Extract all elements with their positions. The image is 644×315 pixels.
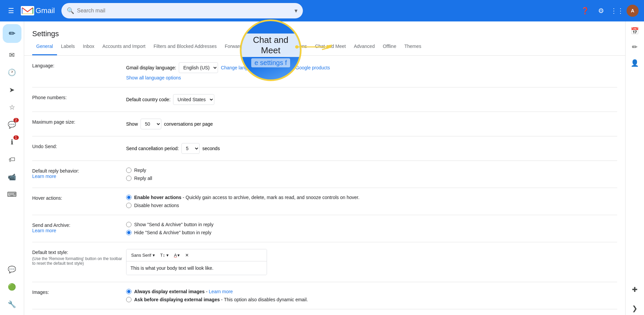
right-sidebar: 📅 ✏ 👤 ✚ ❯ [625, 21, 644, 315]
show-send-archive-radio[interactable] [126, 222, 131, 227]
page-size-control: Show 10 15 20 25 50 100 conversations pe… [126, 119, 617, 129]
right-sidebar-calendar-icon[interactable]: 📅 [628, 24, 642, 38]
reply-all-label: Reply all [134, 176, 152, 181]
hover-actions-setting: Hover actions: Enable hover actions - Qu… [32, 188, 617, 215]
gmail-logo-icon [21, 6, 34, 15]
show-label: Show [126, 121, 138, 127]
right-sidebar-expand-icon[interactable]: ❯ [628, 302, 642, 315]
disable-hover-label: Disable hover actions [134, 203, 179, 208]
sidebar-icon-tag[interactable]: 🏷 [4, 151, 20, 168]
hamburger-icon[interactable]: ☰ [5, 4, 17, 17]
sidebar-icon-feedback[interactable]: 💬 [4, 261, 20, 277]
sidebar-icon-addon[interactable]: 🟢 [4, 279, 20, 295]
tab-chat-meet[interactable]: Chat and Meet [311, 38, 350, 55]
help-button[interactable]: ❓ [578, 4, 592, 17]
left-sidebar: ✏ ✉ 🕐 ➤ ☆ 💬 2 ℹ 1 🏷 📹 ⌨ 💬 🟢 🔧 [0, 21, 24, 315]
search-input[interactable] [77, 8, 292, 14]
tab-general[interactable]: General [32, 38, 57, 55]
right-sidebar-edit-icon[interactable]: ✏ [628, 40, 642, 54]
disable-hover-option[interactable]: Disable hover actions [126, 203, 617, 208]
font-family-button[interactable]: Sans Serif ▾ [129, 251, 157, 259]
per-page-label: conversations per page [164, 121, 213, 127]
language-setting: Language: Gmail display language: Englis… [32, 56, 617, 87]
settings-title: Settings [24, 21, 625, 38]
default-reply-learn-more[interactable]: Learn more [32, 174, 56, 179]
font-color-button[interactable]: A ▾ [172, 251, 182, 259]
display-language-label: Gmail display language: [126, 65, 176, 70]
right-sidebar-user-icon[interactable]: 👤 [628, 56, 642, 70]
sidebar-icon-mail[interactable]: ✉ [4, 47, 20, 63]
enable-hover-radio[interactable] [126, 195, 131, 200]
tab-forwarding-pop[interactable]: Forwarding and POP/IMAP [221, 38, 285, 55]
reply-radio[interactable] [126, 168, 131, 173]
sidebar-icon-bookmark[interactable]: ☆ [4, 99, 20, 115]
reply-option[interactable]: Reply [126, 168, 617, 173]
images-setting: Images: Always display external images -… [32, 282, 617, 309]
reply-label: Reply [134, 168, 146, 173]
change-language-link[interactable]: Change language settings for other Googl… [221, 65, 330, 70]
settings-body: Language: Gmail display language: Englis… [24, 56, 625, 315]
sidebar-icon-keyboard[interactable]: ⌨ [4, 186, 20, 202]
hide-send-archive-option[interactable]: Hide "Send & Archive" button in reply [126, 230, 617, 235]
always-display-radio[interactable] [126, 289, 131, 294]
apps-button[interactable]: ⋮⋮ [610, 4, 624, 17]
show-all-languages-link[interactable]: Show all language options [126, 75, 181, 80]
sidebar-icon-tool[interactable]: 🔧 [4, 296, 20, 312]
language-label: Language: [32, 62, 126, 68]
hide-send-archive-radio[interactable] [126, 230, 131, 235]
show-send-archive-option[interactable]: Show "Send & Archive" button in reply [126, 222, 617, 227]
sidebar-icon-info[interactable]: ℹ 1 [4, 134, 20, 150]
ask-before-display-radio[interactable] [126, 297, 131, 302]
sidebar-icon-clock[interactable]: 🕐 [4, 64, 20, 80]
tab-offline[interactable]: Offline [379, 38, 400, 55]
font-size-button[interactable]: T↕ ▾ [158, 251, 171, 259]
hover-actions-control: Enable hover actions - Quickly gain acce… [126, 195, 617, 208]
default-reply-radio-group: Reply Reply all [126, 168, 617, 181]
disable-hover-radio[interactable] [126, 203, 131, 208]
avatar[interactable]: A [627, 5, 639, 17]
tab-inbox[interactable]: Inbox [79, 38, 98, 55]
gmail-text: Gmail [36, 6, 55, 15]
default-text-style-setting: Default text style: (Use the 'Remove for… [32, 242, 617, 282]
undo-send-control: Send cancellation period: 5 10 20 30 sec… [126, 143, 617, 154]
settings-button[interactable]: ⚙ [594, 4, 608, 17]
tab-labels[interactable]: Labels [57, 38, 79, 55]
images-learn-more[interactable]: Learn more [209, 289, 233, 294]
page-size-select[interactable]: 10 15 20 25 50 100 [141, 119, 161, 129]
info-badge: 1 [13, 135, 19, 140]
cancellation-period-select[interactable]: 5 10 20 30 [181, 143, 200, 154]
reply-all-radio[interactable] [126, 176, 131, 181]
tab-filters-blocked[interactable]: Filters and Blocked Addresses [150, 38, 221, 55]
sidebar-icon-chat[interactable]: 💬 2 [4, 117, 20, 133]
settings-tabs: General Labels Inbox Accounts and Import… [24, 38, 625, 56]
sidebar-icon-send[interactable]: ➤ [4, 82, 20, 98]
dynamic-email-setting: Dynamic email: Learn more Enable dynamic… [32, 309, 617, 315]
default-text-style-label: Default text style: (Use the 'Remove for… [32, 249, 126, 266]
tab-accounts-import[interactable]: Accounts and Import [98, 38, 149, 55]
compose-button[interactable]: ✏ [3, 24, 21, 43]
images-radio-group: Always display external images - Learn m… [126, 289, 617, 302]
search-dropdown-icon[interactable]: ▾ [294, 7, 298, 14]
show-send-archive-label: Show "Send & Archive" button in reply [134, 222, 213, 227]
tab-addons[interactable]: Add-ons [285, 38, 311, 55]
undo-send-label: Undo Send: [32, 143, 126, 149]
remove-formatting-button[interactable]: ✕ [183, 251, 191, 259]
tab-advanced[interactable]: Advanced [350, 38, 379, 55]
settings-container: Settings General Labels Inbox Accounts a… [24, 21, 625, 315]
country-select[interactable]: United States [173, 94, 214, 105]
hide-send-archive-label: Hide "Send & Archive" button in reply [134, 230, 211, 235]
language-select[interactable]: English (US) [179, 62, 218, 73]
search-icon: 🔍 [67, 7, 74, 14]
ask-before-display-option[interactable]: Ask before displaying external images - … [126, 297, 617, 302]
seconds-label: seconds [202, 146, 220, 151]
main-layout: ✏ ✉ 🕐 ➤ ☆ 💬 2 ℹ 1 🏷 📹 ⌨ 💬 🟢 🔧 Settings G… [0, 21, 644, 315]
enable-hover-option[interactable]: Enable hover actions - Quickly gain acce… [126, 195, 617, 200]
send-archive-learn-more[interactable]: Learn more [32, 228, 56, 233]
right-sidebar-add-icon[interactable]: ✚ [628, 283, 642, 296]
reply-all-option[interactable]: Reply all [126, 176, 617, 181]
send-archive-setting: Send and Archive: Learn more Show "Send … [32, 215, 617, 242]
send-archive-label: Send and Archive: Learn more [32, 222, 126, 233]
always-display-option[interactable]: Always display external images - Learn m… [126, 289, 617, 294]
tab-themes[interactable]: Themes [400, 38, 425, 55]
sidebar-icon-video[interactable]: 📹 [4, 169, 20, 185]
